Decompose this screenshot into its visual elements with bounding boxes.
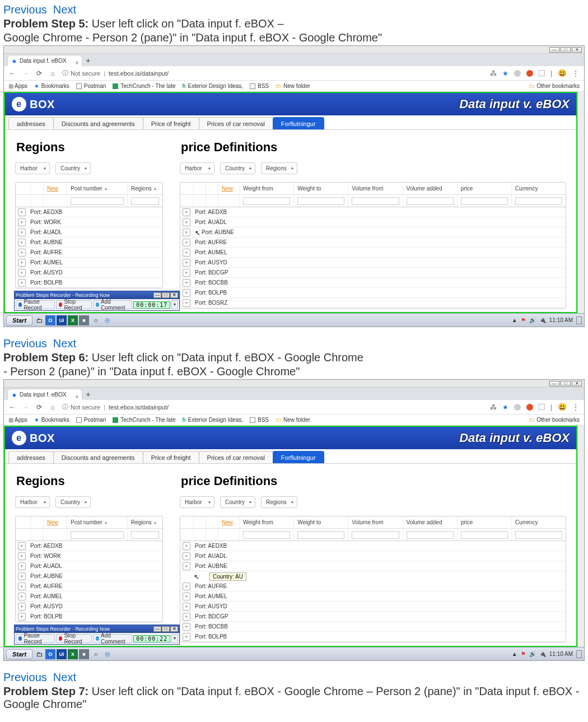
stop-button[interactable]: Stop Record [56,300,92,309]
prev-link[interactable]: Previous [3,3,47,16]
expand-icon[interactable]: + [18,229,26,236]
translate-icon[interactable]: ⁂ [490,403,497,411]
table-row[interactable]: +Port: AUFRE [180,581,566,591]
taskbar-icon[interactable]: ■ [79,649,89,659]
tab-car-removal[interactable]: Prices of car removal [199,451,273,463]
table-row[interactable]: +Port: BDCGP [180,268,566,278]
taskbar-icon[interactable]: Ui [57,315,67,325]
menu-icon[interactable]: ⋮ [572,69,580,77]
back-icon[interactable]: ← [8,403,16,411]
taskbar-icon[interactable]: 🗀 [34,315,44,325]
reload-icon[interactable]: ⟳ [35,403,43,411]
menu-icon[interactable]: ⋮ [572,403,580,411]
expand-icon[interactable]: + [183,593,190,600]
table-row[interactable]: +Port: BOSRZ [180,298,566,308]
table-row[interactable]: +Port: AEDXB [180,207,566,217]
prev-link[interactable]: Previous [3,671,47,683]
tab-forflutningur[interactable]: Forflutningur [273,117,324,129]
expand-icon[interactable]: + [183,289,190,297]
filter-regions[interactable]: Regions [261,496,297,508]
expand-icon[interactable]: + [183,299,190,307]
expand-icon[interactable]: + [18,279,26,287]
table-row[interactable]: +Port: AUMEL [16,258,162,268]
expand-icon[interactable]: + [183,229,190,236]
tab-addresses[interactable]: addresses [8,117,54,129]
back-icon[interactable]: ← [8,69,16,77]
table-row[interactable]: +Port: BOLPB [180,632,566,642]
prev-link[interactable]: Previous [3,337,47,350]
bookmark-item[interactable]: Postman [76,417,106,423]
forward-icon[interactable]: → [22,69,30,77]
forward-icon[interactable]: → [22,403,30,411]
comment-button[interactable]: Add Comment [93,634,132,643]
table-row[interactable]: +Port: AUSYD [16,268,162,278]
new-link[interactable]: New [47,519,58,525]
table-row[interactable]: +Port: AUSYD [180,602,566,612]
table-row[interactable]: +Port: BOLPB [16,278,162,288]
taskbar-icon[interactable]: ○ [91,315,101,325]
expand-icon[interactable]: + [183,562,190,570]
close-icon[interactable]: ✕ [572,47,582,53]
table-row[interactable]: +Port: AUBNE [16,571,162,581]
expand-icon[interactable]: + [183,613,190,621]
taskbar-icon[interactable]: ◎ [102,315,113,325]
taskbar-icon[interactable]: ○ [91,649,101,659]
taskbar-icon[interactable]: Ui [57,649,67,659]
expand-icon[interactable]: + [183,552,190,560]
filter-input[interactable] [515,197,562,205]
table-row[interactable]: +Port: AUBNE [180,561,566,571]
expand-icon[interactable]: + [183,208,190,216]
url-field[interactable]: ⓘ Not secure | test.ebox.is/datainput/ [62,69,484,77]
bookmark-item[interactable]: BSS [250,83,269,89]
table-row[interactable]: +Port: BOLPB [180,288,566,298]
taskbar-icon[interactable]: ◎ [102,649,113,659]
min-icon[interactable]: — [549,47,559,53]
bookmark-item[interactable]: ★ Bookmarks [34,417,69,423]
next-link[interactable]: Next [53,3,76,16]
filter-input[interactable] [515,531,562,539]
comment-button[interactable]: Add Comment [93,300,132,309]
table-row[interactable]: +Port: AEDXB [180,541,566,551]
expand-icon[interactable]: + [183,542,190,550]
filter-input[interactable] [131,197,159,205]
filter-input[interactable] [352,197,399,205]
tab-addresses[interactable]: addresses [8,451,54,463]
expand-icon[interactable]: + [18,208,26,216]
scrollbar[interactable] [577,92,584,313]
ext-icon[interactable] [526,404,533,411]
table-row[interactable]: +Port: AUMEL [180,248,566,258]
ext-icon[interactable] [539,404,545,410]
table-row[interactable]: +Port: AUBNE [16,237,162,248]
filter-input[interactable] [71,531,124,539]
table-row[interactable]: +Port: AUSYD [16,602,162,612]
expand-icon[interactable]: + [18,218,26,226]
ext-icon[interactable] [539,70,545,76]
max-icon[interactable]: □ [561,381,571,386]
bookmark-item[interactable]: ★ Bookmarks [34,83,69,89]
filter-input[interactable] [243,197,290,205]
filter-harbor[interactable]: Harbor [180,496,214,508]
bookmark-item[interactable]: h Exterior Design Ideas, [182,417,243,423]
taskbar-icon[interactable]: O [45,315,55,325]
close-icon[interactable]: ✕ [572,381,582,386]
expand-icon[interactable]: + [183,603,190,611]
bookmark-item[interactable]: Postman [76,83,106,89]
table-row[interactable]: +Port: AUFRE [16,248,162,258]
bookmark-item[interactable]: TechCrunch - The late [113,83,175,89]
table-row[interactable]: +Port: AUMEL [16,591,162,602]
taskbar-icon[interactable]: X [68,649,78,659]
close-icon[interactable]: × [76,392,79,403]
pause-button[interactable]: Pause Record [16,634,55,643]
table-row[interactable]: +Port: BDCGP [180,612,566,622]
taskbar-icon[interactable]: O [45,649,55,659]
expand-icon[interactable]: + [183,269,190,277]
new-link[interactable]: New [222,519,233,525]
next-link[interactable]: Next [53,671,76,683]
tab-forflutningur[interactable]: Forflutningur [273,451,324,463]
table-row[interactable]: +Port: WORK [16,551,162,561]
expand-icon[interactable]: + [18,269,26,277]
filter-regions[interactable]: Regions [261,162,297,174]
expand-icon[interactable]: + [18,593,26,600]
ext-icon[interactable] [514,404,521,411]
pause-button[interactable]: Pause Record [16,300,55,309]
